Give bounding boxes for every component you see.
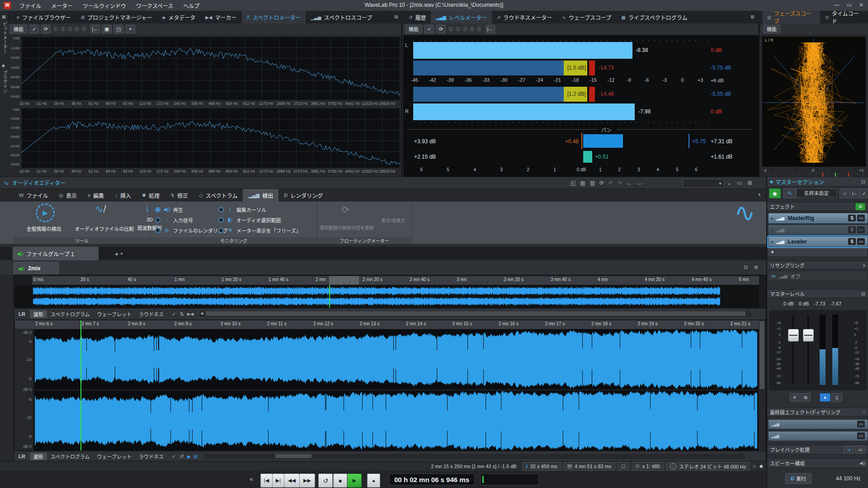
view-mode-tab[interactable]: ウェーブレット <box>94 452 135 460</box>
plugins-icon[interactable]: ◆ <box>2 63 5 68</box>
check-icon[interactable]: ✓ <box>172 454 176 460</box>
ribbon-tab[interactable]: ◎表示 <box>53 189 82 202</box>
bypass-slot-icon[interactable]: ▭ <box>857 238 865 245</box>
view-mode-tab[interactable]: スペクトログラム <box>47 452 94 460</box>
drag-handle-icon[interactable]: ≡ <box>771 239 774 244</box>
open-icon[interactable]: ▤ <box>580 180 585 186</box>
cursor-time-status[interactable]: I32 s 459 ms <box>522 462 561 471</box>
link-faders-icon[interactable]: ⧉ <box>801 393 811 402</box>
render-button[interactable]: Ð 実行 <box>785 473 811 484</box>
new-window-icon[interactable]: ◱ <box>571 180 576 186</box>
options-check-button[interactable]: ✓ <box>859 188 868 198</box>
menu-item[interactable]: ヘルプ <box>179 2 203 9</box>
star-icon[interactable]: ★ <box>759 463 764 469</box>
redo-icon[interactable]: ↷ <box>618 180 622 186</box>
vertical-scrollbar-thumb[interactable] <box>760 321 764 389</box>
ribbon-tab[interactable]: ↓挿入 <box>109 189 137 202</box>
compare-audio-files-button[interactable]: ∿/ オーディオファイルの比較 <box>73 202 136 237</box>
vertical-scrollbar[interactable] <box>759 320 765 450</box>
marker-icon[interactable]: ▶◀ <box>187 312 193 316</box>
transport-collapse[interactable]: « <box>250 475 253 483</box>
spectrum-graph-right[interactable] <box>21 108 401 168</box>
meter-dock-tab[interactable]: ∿ウェーブスコープ <box>557 11 616 23</box>
format-status[interactable]: iステレオ 24 ビット 48 000 Hz <box>666 462 750 471</box>
bypass-button[interactable]: ∩ <box>840 188 850 198</box>
meter-dock-tab[interactable]: ▦ライブスペクトログラム <box>616 11 692 23</box>
auto-scale-icon[interactable]: ✓ <box>425 25 434 33</box>
go-start-button[interactable]: |◀ <box>260 474 273 488</box>
lr-badge[interactable]: LR <box>19 454 25 459</box>
waveform-channel-right[interactable] <box>34 391 758 450</box>
monitor-icon[interactable]: ▭ <box>855 446 865 454</box>
rewind-button[interactable]: ◀◀ <box>284 474 300 488</box>
add-file-group-button[interactable]: +▼ <box>111 249 127 258</box>
phase-dock-tab[interactable]: ⊙タイムコード <box>820 11 868 23</box>
phasescope-display[interactable]: L / R <box>762 36 866 167</box>
update-selection-analysis-button[interactable]: ⟳ 選択範囲の解析内容を更新 <box>318 202 375 237</box>
unlock-icon[interactable]: ▯ <box>831 393 842 402</box>
reset-icon[interactable]: |← <box>486 25 495 33</box>
loop-button[interactable]: ↺ <box>318 474 333 488</box>
swap-icon[interactable]: ⇅ <box>179 311 184 317</box>
nav-forward-icon[interactable]: → <box>637 180 642 186</box>
solo-button[interactable]: S <box>848 238 856 245</box>
main-scrollbar-thumb[interactable] <box>275 454 311 458</box>
bitmeter-icon[interactable]: ▦ <box>2 14 6 19</box>
preset-number-icons[interactable]: ①②③④⑤ <box>448 25 483 33</box>
tab-list-icon[interactable]: ⊡ <box>744 264 748 270</box>
left-dock-tab[interactable]: ▁▃▅スペクトロスコープ <box>306 11 377 23</box>
show-hide-button[interactable]: 表示/非表示 <box>377 202 410 237</box>
unlink-faders-icon[interactable]: ≡ <box>790 393 800 402</box>
monitoring-option[interactable]: ↑入力信号 <box>155 215 228 225</box>
resampling-slot[interactable]: ≫ ▂▄▆ オフ <box>768 272 867 281</box>
record-button[interactable]: ● <box>367 474 380 488</box>
ribbon-collapse-icon[interactable]: ∧ <box>758 192 761 197</box>
ribbon-tab[interactable]: ✱処理 <box>137 189 165 202</box>
loop-icon[interactable]: ↺ <box>179 454 184 460</box>
view-mode-tab[interactable]: ラウドネス <box>135 452 167 460</box>
playback-progress[interactable] <box>480 474 539 485</box>
meter-dock-options-icon[interactable]: ⊞ <box>750 14 755 20</box>
auto-scale-icon[interactable]: ✓ <box>29 25 39 33</box>
zoom-preset-select[interactable]: ▼ <box>683 179 724 188</box>
gain-left-value[interactable]: 0 dB <box>783 301 794 306</box>
meter-dock-tab[interactable]: ▂▄▆レベルメーター <box>431 11 491 23</box>
left-dock-tab[interactable]: ⊞プロジェクトマネージャー <box>76 11 157 23</box>
bypass-slot-icon[interactable]: ▭ <box>857 215 865 221</box>
fader-left[interactable] <box>788 329 799 342</box>
stop-button[interactable]: ■ <box>333 474 347 488</box>
collapse-editor-icon[interactable]: ⌄ <box>727 180 731 186</box>
play-button[interactable]: ▶ <box>347 474 362 488</box>
dithering-grid-icon[interactable]: ∷ <box>862 409 865 415</box>
final-effect-slot-1[interactable]: ▂▄▆ ▭ <box>768 419 868 429</box>
play-mini-icon[interactable]: ▶ <box>187 454 191 459</box>
master-power-button[interactable]: ◉ <box>769 188 781 198</box>
go-end-button[interactable]: ▶| <box>272 474 284 488</box>
view-mode-tab[interactable]: ウェーブレット <box>94 310 135 318</box>
insert-plugin-icon[interactable]: ⇥ <box>844 446 854 454</box>
left-dock-tab[interactable]: ▶◀マーカー <box>200 11 241 23</box>
menu-item[interactable]: メーター <box>47 2 77 9</box>
export-icon[interactable]: ◳ <box>114 25 123 33</box>
view-mode-tab[interactable]: 波形 <box>30 452 47 460</box>
menu-item[interactable]: ファイル <box>15 2 45 9</box>
reset-view-icon[interactable]: |← <box>90 25 100 33</box>
main-ruler[interactable]: 2 mn 6 s2 mn 7 s2 mn 8 s2 mn 9 s2 mn 10 … <box>15 320 759 329</box>
close-icon[interactable]: ✕ <box>859 2 863 8</box>
monitoring-option[interactable]: ❄メーター表示を「フリーズ」 <box>218 225 301 235</box>
panel-options-icon[interactable]: ⊡ <box>861 179 865 185</box>
menu-item[interactable]: ワークスペース <box>132 2 177 9</box>
save-icon[interactable]: ▥ <box>590 180 595 186</box>
solo-button[interactable]: S <box>848 215 856 221</box>
ribbon-tab[interactable]: Wファイル <box>14 189 53 202</box>
layout-editor-icon[interactable]: ⊞ <box>747 180 752 186</box>
view-mode-tab[interactable]: ラウドネス <box>135 310 167 318</box>
left-dock-tab[interactable]: ≡ファイルブラウザー <box>12 11 76 23</box>
dock-options-icon[interactable]: ⊞ <box>394 14 398 20</box>
ribbon-tab[interactable]: ◇スペクトラム <box>193 189 243 202</box>
detect-global-info-button[interactable]: ▶ 全般情報の検出 <box>15 202 72 237</box>
pin-icon[interactable]: ⌖ <box>126 25 135 33</box>
favorite-icon[interactable]: ☆ <box>752 463 757 469</box>
meter-dock-tab[interactable]: ⇗ラウドネスメーター <box>492 11 557 23</box>
fast-forward-button[interactable]: ▶▶ <box>299 474 315 488</box>
